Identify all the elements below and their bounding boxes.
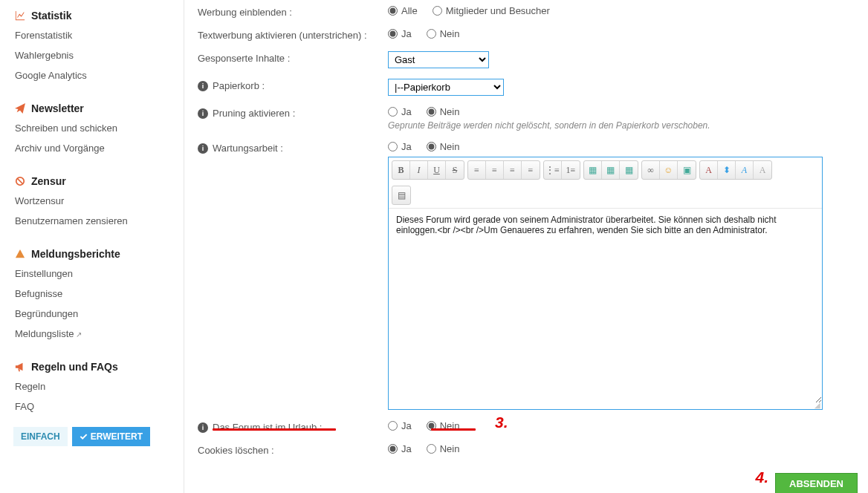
sidebar-heading-statistik: Statistik — [0, 6, 184, 25]
label-pruning: iPruning aktivieren : — [198, 106, 388, 119]
radio-werbung-alle[interactable]: Alle — [388, 5, 418, 16]
label-cookies: Cookies löschen : — [198, 443, 388, 456]
sidebar-item-forenstatistik[interactable]: Forenstatistik — [0, 25, 184, 45]
radio-textwerbung-nein[interactable]: Nein — [427, 28, 460, 39]
select-gesponsert[interactable]: Gast — [388, 51, 489, 68]
list-ul-button[interactable]: ⋮≡ — [544, 161, 562, 179]
align-center-button[interactable]: ≡ — [486, 161, 504, 179]
emoji-button[interactable]: ☺ — [660, 161, 678, 179]
label-textwerbung: Textwerbung aktivieren (unterstrichen) : — [198, 28, 388, 41]
check-icon — [80, 433, 88, 441]
select-papierkorb[interactable]: |--Papierkorb — [388, 79, 504, 96]
radio-werbung-mb[interactable]: Mitglieder und Besucher — [433, 5, 550, 16]
strike-button[interactable]: S — [446, 161, 464, 179]
chart-line-icon — [15, 10, 25, 21]
rich-text-editor: B I U S ≡ ≡ ≡ ≡ ⋮≡ 1≡ — [388, 157, 823, 410]
font-button[interactable]: A — [700, 161, 718, 179]
sidebar-item-schreiben[interactable]: Schreiben und schicken — [0, 118, 184, 138]
sidebar-item-faq[interactable]: FAQ — [0, 396, 184, 417]
sidebar-item-befugnisse[interactable]: Befugnisse — [0, 284, 184, 304]
sidebar-heading-meldungen: Meldungsberichte — [0, 244, 184, 264]
sidebar-item-begruendungen[interactable]: Begründungen — [0, 304, 184, 324]
info-icon: i — [198, 81, 208, 91]
annotation-3: 3. — [495, 414, 508, 431]
sidebar-item-einstellungen[interactable]: Einstellungen — [0, 264, 184, 284]
image2-button[interactable]: ▦ — [602, 161, 620, 179]
warning-icon — [15, 249, 25, 259]
external-link-icon: ↗ — [76, 330, 82, 339]
annotation-underline-nein — [431, 428, 476, 431]
clear-button[interactable]: A — [754, 161, 771, 179]
svg-line-1 — [18, 179, 23, 184]
main-panel: Werbung einblenden : Alle Mitglieder und… — [184, 0, 868, 493]
sidebar: Statistik Forenstatistik Wahlergebnis Go… — [0, 0, 184, 493]
color-button[interactable]: A — [736, 161, 754, 179]
sidebar-heading-regeln: Regeln und FAQs — [0, 357, 184, 376]
radio-cookies-nein[interactable]: Nein — [427, 443, 460, 454]
list-ol-button[interactable]: 1≡ — [562, 161, 580, 179]
size-button[interactable]: ⬍ — [718, 161, 736, 179]
radio-urlaub-ja[interactable]: Ja — [388, 420, 412, 431]
absenden-button[interactable]: ABSENDEN — [775, 473, 858, 493]
align-right-button[interactable]: ≡ — [504, 161, 522, 179]
label-wartung: iWartungsarbeit : — [198, 141, 388, 154]
radio-wartung-nein[interactable]: Nein — [427, 141, 460, 152]
sidebar-item-benutzernamen[interactable]: Benutzernamen zensieren — [0, 211, 184, 231]
image-button[interactable]: ▦ — [584, 161, 602, 179]
label-gesponsert: Gesponserte Inhalte : — [198, 51, 388, 64]
sidebar-item-wahlergebnis[interactable]: Wahlergebnis — [0, 45, 184, 65]
underline-button[interactable]: U — [428, 161, 446, 179]
pruning-hint: Geprunte Beiträge werden nicht gelöscht,… — [388, 120, 858, 131]
radio-wartung-ja[interactable]: Ja — [388, 141, 412, 152]
radio-textwerbung-ja[interactable]: Ja — [388, 28, 412, 39]
info-icon: i — [198, 422, 208, 433]
align-left-button[interactable]: ≡ — [468, 161, 486, 179]
sidebar-heading-newsletter: Newsletter — [0, 99, 184, 118]
annotation-4: 4. — [755, 468, 768, 486]
sidebar-item-wortzensur[interactable]: Wortzensur — [0, 191, 184, 211]
align-justify-button[interactable]: ≡ — [522, 161, 540, 179]
radio-pruning-nein[interactable]: Nein — [427, 106, 460, 117]
editor-toolbar: B I U S ≡ ≡ ≡ ≡ ⋮≡ 1≡ — [389, 157, 822, 209]
label-urlaub: iDas Forum ist im Urlaub : — [198, 420, 388, 433]
italic-button[interactable]: I — [410, 161, 428, 179]
annotation-underline-label — [213, 428, 336, 431]
sidebar-item-google-analytics[interactable]: Google Analytics — [0, 65, 184, 85]
paper-plane-icon — [15, 103, 25, 114]
link-button[interactable]: ∞ — [642, 161, 660, 179]
image3-button[interactable]: ▦ — [620, 161, 638, 179]
ban-icon — [15, 176, 25, 186]
editor-textarea[interactable] — [396, 215, 814, 395]
info-icon: i — [198, 143, 208, 154]
info-icon: i — [198, 108, 208, 119]
sidebar-item-meldungsliste[interactable]: Meldungsliste↗ — [0, 324, 184, 344]
sidebar-item-archiv[interactable]: Archiv und Vorgänge — [0, 138, 184, 158]
resize-grip[interactable]: ◢ — [389, 403, 822, 409]
radio-cookies-ja[interactable]: Ja — [388, 443, 412, 454]
einfach-button[interactable]: EINFACH — [13, 427, 68, 446]
sidebar-item-regeln[interactable]: Regeln — [0, 376, 184, 396]
more-button[interactable]: ▤ — [392, 186, 410, 204]
label-papierkorb: iPapierkorb : — [198, 79, 388, 91]
erweitert-button[interactable]: ERWEITERT — [72, 427, 150, 446]
label-werbung: Werbung einblenden : — [198, 5, 388, 18]
bullhorn-icon — [15, 362, 25, 372]
sidebar-heading-zensur: Zensur — [0, 172, 184, 191]
bold-button[interactable]: B — [392, 161, 410, 179]
media-button[interactable]: ▣ — [678, 161, 696, 179]
radio-pruning-ja[interactable]: Ja — [388, 106, 412, 117]
